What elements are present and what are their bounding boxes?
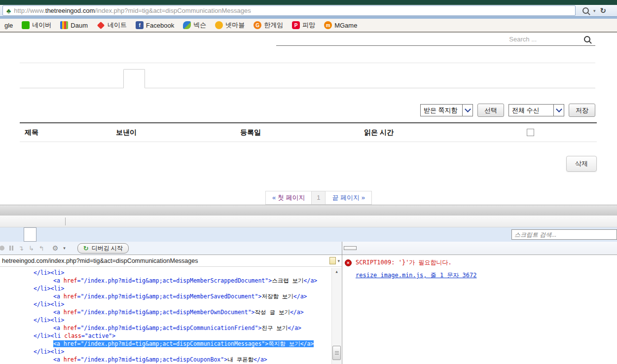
favorites-item[interactable]: 네이버 [17,19,56,32]
favorite-site-icon: P [292,21,300,29]
code-line[interactable]: </li><li> [0,348,342,356]
code-line[interactable]: </li><li class="active"> [0,332,342,340]
favorites-item[interactable]: G 한게임 [249,19,288,32]
favorite-site-label: 네이버 [32,21,51,30]
member-tab[interactable] [103,69,123,88]
member-tab[interactable] [20,69,40,88]
script-search-input[interactable] [511,229,617,240]
refresh-icon[interactable]: ↻ [600,6,607,15]
favorite-site-label: 넷마블 [225,21,245,30]
site-search-box[interactable]: Search ... [276,33,595,46]
favorites-item[interactable]: gle [0,19,17,32]
continue-icon[interactable] [0,246,4,251]
delete-button[interactable]: 삭제 [566,156,597,172]
devtools-console-pane: × SCRIPT1009: '}'가 필요합니다. resize image.m… [342,242,617,364]
console-error-row: × SCRIPT1009: '}'가 필요합니다. [345,258,617,267]
script-file-icon [329,257,336,264]
debug-settings-dropdown-icon[interactable]: ▾ [63,246,66,251]
favorite-site-label: 네이트 [108,21,127,30]
devtools-tab[interactable] [12,227,24,242]
code-line[interactable]: <a href="/index.php?mid=tig&amp;act=disp… [0,356,342,364]
debug-settings-icon[interactable]: ⚙ [52,244,59,252]
window-titlebar [0,0,617,5]
code-line[interactable]: <a href="/index.php?mid=tig&amp;act=disp… [0,340,342,348]
current-page[interactable]: 1 [311,191,326,205]
code-line[interactable]: <a href="/index.php?mid=tig&amp;act=disp… [0,277,342,285]
console-output: × SCRIPT1009: '}'가 필요합니다. resize image.m… [342,255,617,280]
delete-row: 삭제 [566,156,597,172]
pagination: « 첫 페이지 1 끝 페이지 » [265,191,372,205]
favorite-site-icon: m [324,21,332,29]
search-dropdown-icon[interactable]: ▾ [593,8,596,13]
first-page-button[interactable]: « 첫 페이지 [265,191,312,205]
error-icon: × [345,259,352,266]
member-tab[interactable] [145,69,166,88]
favorites-item[interactable]: 네이트 [92,19,131,32]
site-favicon-tree-icon: ♣ [6,7,11,14]
code-line[interactable]: <a href="/index.php?mid=tig&amp;act=disp… [0,292,342,300]
favorite-site-icon [97,21,105,29]
code-line[interactable]: </li><li> [0,269,342,277]
step-over-icon[interactable]: ↴ [18,245,24,252]
last-page-button[interactable]: 끝 페이지 » [325,191,371,205]
scroll-up-icon[interactable]: ▲ [332,268,341,276]
script-file-selector[interactable]: hetreeingod.com/index.php?mid=tig&act=di… [0,255,342,267]
step-into-icon[interactable]: ↳ [29,245,34,252]
url-field[interactable]: ♣ http://www.thetreeingod.com/index.php?… [2,5,576,16]
favorites-item[interactable]: 넥슨 [179,19,211,32]
address-search-icon[interactable] [582,7,589,14]
favorites-item[interactable]: 넷마블 [211,19,249,32]
start-debugging-button[interactable]: ↻ 디버깅 시작 [77,243,129,254]
member-tab[interactable] [40,69,61,88]
source-code-view[interactable]: </li><li><a href="/index.php?mid=tig&amp… [0,267,342,364]
member-tab[interactable] [82,69,103,88]
console-error-link[interactable]: resize image.min.js, 줄 1 문자 3672 [356,271,617,280]
favorites-item[interactable]: Daum [56,19,92,32]
mailbox-select[interactable]: 받은 쪽지함 [420,104,473,116]
favorites-item[interactable]: m MGame [320,19,362,32]
debug-side-tab[interactable] [386,247,400,250]
select-arrow-icon[interactable] [553,105,564,116]
col-sender: 보낸이 [116,128,240,137]
select-all-checkbox[interactable] [527,129,534,136]
devtools-menubar [0,216,617,227]
select-button[interactable]: 선택 [477,104,504,117]
address-bar: ♣ http://www.thetreeingod.com/index.php?… [0,5,617,16]
save-button[interactable]: 저장 [569,104,595,117]
code-line[interactable]: <a href="/index.php?mid=tig&amp;act=disp… [0,324,342,332]
member-tabs [20,69,595,88]
favorites-item[interactable]: f Facebook [131,19,179,32]
code-line[interactable]: <a href="/index.php?mid=tig&amp;act=disp… [0,308,342,316]
favorite-site-label: Facebook [146,22,174,29]
code-line[interactable]: </li><li> [0,316,342,324]
screen: ♣ http://www.thetreeingod.com/index.php?… [0,0,617,364]
code-scrollbar[interactable]: ▲ [331,268,341,364]
debug-side-tab[interactable] [400,247,414,250]
debug-side-tab[interactable] [359,247,372,250]
message-table-header: 제목 보낸이 등록일 읽은 시간 [20,122,597,142]
member-tab[interactable] [61,69,82,88]
devtools-tab[interactable] [0,227,12,242]
code-line[interactable]: </li><li> [0,285,342,292]
script-file-dropdown-icon[interactable]: ▾ [337,258,340,263]
debug-side-tab[interactable] [372,247,386,250]
pause-icon[interactable] [9,246,11,251]
mailbox-select-value: 받은 쪽지함 [421,105,462,116]
scrollbar-thumb[interactable] [332,346,341,360]
devtools-tab[interactable] [24,227,36,242]
select-arrow-icon[interactable] [462,105,472,116]
address-bar-actions: ▾ ↻ [582,6,606,15]
favorite-site-label: 넥슨 [193,21,206,30]
devtools-tab[interactable] [36,227,48,242]
devtools-tab[interactable] [48,227,60,242]
url-text: http://www.thetreeingod.com/index.php?mi… [14,7,251,14]
favorites-item[interactable]: P 피망 [288,19,320,32]
receive-select[interactable]: 전체 수신 [508,104,564,116]
site-search-icon[interactable] [584,36,590,42]
code-line[interactable]: </li><li> [0,300,342,308]
member-tab[interactable] [123,69,145,88]
favorite-site-label: 피망 [302,21,315,30]
step-out-icon[interactable]: ↰ [39,245,44,252]
debug-side-tab[interactable] [344,246,357,250]
favorite-site-icon [22,21,30,29]
